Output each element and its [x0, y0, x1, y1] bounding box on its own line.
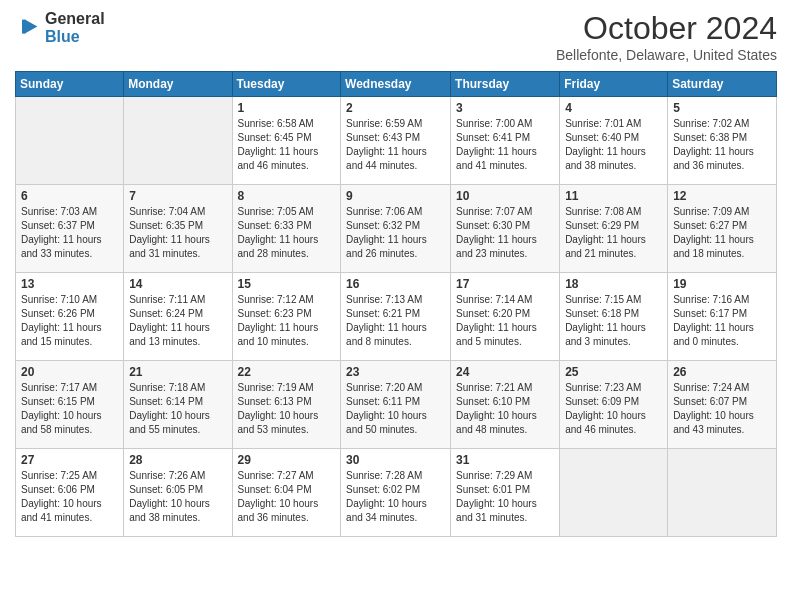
day-number: 9: [346, 189, 445, 203]
calendar-cell: 22Sunrise: 7:19 AM Sunset: 6:13 PM Dayli…: [232, 361, 341, 449]
day-number: 22: [238, 365, 336, 379]
day-number: 27: [21, 453, 118, 467]
calendar-cell: 1Sunrise: 6:58 AM Sunset: 6:45 PM Daylig…: [232, 97, 341, 185]
day-info: Sunrise: 7:00 AM Sunset: 6:41 PM Dayligh…: [456, 117, 554, 173]
day-number: 17: [456, 277, 554, 291]
day-number: 19: [673, 277, 771, 291]
day-info: Sunrise: 7:11 AM Sunset: 6:24 PM Dayligh…: [129, 293, 226, 349]
day-info: Sunrise: 7:13 AM Sunset: 6:21 PM Dayligh…: [346, 293, 445, 349]
day-number: 2: [346, 101, 445, 115]
day-info: Sunrise: 7:23 AM Sunset: 6:09 PM Dayligh…: [565, 381, 662, 437]
page: General Blue October 2024 Bellefonte, De…: [0, 0, 792, 612]
calendar-table: SundayMondayTuesdayWednesdayThursdayFrid…: [15, 71, 777, 537]
calendar-cell: [124, 97, 232, 185]
calendar-cell: [16, 97, 124, 185]
calendar-cell: 8Sunrise: 7:05 AM Sunset: 6:33 PM Daylig…: [232, 185, 341, 273]
calendar-cell: 27Sunrise: 7:25 AM Sunset: 6:06 PM Dayli…: [16, 449, 124, 537]
day-info: Sunrise: 7:12 AM Sunset: 6:23 PM Dayligh…: [238, 293, 336, 349]
day-number: 23: [346, 365, 445, 379]
day-number: 20: [21, 365, 118, 379]
day-info: Sunrise: 7:26 AM Sunset: 6:05 PM Dayligh…: [129, 469, 226, 525]
weekday-header-thursday: Thursday: [451, 72, 560, 97]
day-info: Sunrise: 7:06 AM Sunset: 6:32 PM Dayligh…: [346, 205, 445, 261]
day-info: Sunrise: 7:17 AM Sunset: 6:15 PM Dayligh…: [21, 381, 118, 437]
calendar-cell: 30Sunrise: 7:28 AM Sunset: 6:02 PM Dayli…: [341, 449, 451, 537]
day-info: Sunrise: 7:16 AM Sunset: 6:17 PM Dayligh…: [673, 293, 771, 349]
location: Bellefonte, Delaware, United States: [556, 47, 777, 63]
calendar-cell: 24Sunrise: 7:21 AM Sunset: 6:10 PM Dayli…: [451, 361, 560, 449]
day-info: Sunrise: 6:59 AM Sunset: 6:43 PM Dayligh…: [346, 117, 445, 173]
day-number: 3: [456, 101, 554, 115]
day-number: 16: [346, 277, 445, 291]
calendar-cell: 14Sunrise: 7:11 AM Sunset: 6:24 PM Dayli…: [124, 273, 232, 361]
calendar-cell: 16Sunrise: 7:13 AM Sunset: 6:21 PM Dayli…: [341, 273, 451, 361]
calendar-cell: 29Sunrise: 7:27 AM Sunset: 6:04 PM Dayli…: [232, 449, 341, 537]
day-info: Sunrise: 7:27 AM Sunset: 6:04 PM Dayligh…: [238, 469, 336, 525]
day-number: 6: [21, 189, 118, 203]
logo-general-text: General: [45, 10, 105, 28]
day-info: Sunrise: 7:03 AM Sunset: 6:37 PM Dayligh…: [21, 205, 118, 261]
day-number: 15: [238, 277, 336, 291]
day-info: Sunrise: 7:08 AM Sunset: 6:29 PM Dayligh…: [565, 205, 662, 261]
calendar-cell: [560, 449, 668, 537]
calendar-cell: 13Sunrise: 7:10 AM Sunset: 6:26 PM Dayli…: [16, 273, 124, 361]
day-info: Sunrise: 7:14 AM Sunset: 6:20 PM Dayligh…: [456, 293, 554, 349]
calendar-cell: 26Sunrise: 7:24 AM Sunset: 6:07 PM Dayli…: [668, 361, 777, 449]
day-info: Sunrise: 7:29 AM Sunset: 6:01 PM Dayligh…: [456, 469, 554, 525]
calendar-cell: 17Sunrise: 7:14 AM Sunset: 6:20 PM Dayli…: [451, 273, 560, 361]
calendar-cell: 4Sunrise: 7:01 AM Sunset: 6:40 PM Daylig…: [560, 97, 668, 185]
day-number: 13: [21, 277, 118, 291]
day-info: Sunrise: 6:58 AM Sunset: 6:45 PM Dayligh…: [238, 117, 336, 173]
calendar-week-row: 27Sunrise: 7:25 AM Sunset: 6:06 PM Dayli…: [16, 449, 777, 537]
logo-icon: [15, 14, 43, 42]
calendar-cell: 6Sunrise: 7:03 AM Sunset: 6:37 PM Daylig…: [16, 185, 124, 273]
calendar-cell: 5Sunrise: 7:02 AM Sunset: 6:38 PM Daylig…: [668, 97, 777, 185]
day-info: Sunrise: 7:18 AM Sunset: 6:14 PM Dayligh…: [129, 381, 226, 437]
weekday-header-wednesday: Wednesday: [341, 72, 451, 97]
day-number: 5: [673, 101, 771, 115]
calendar-cell: 19Sunrise: 7:16 AM Sunset: 6:17 PM Dayli…: [668, 273, 777, 361]
calendar-week-row: 6Sunrise: 7:03 AM Sunset: 6:37 PM Daylig…: [16, 185, 777, 273]
calendar-cell: 11Sunrise: 7:08 AM Sunset: 6:29 PM Dayli…: [560, 185, 668, 273]
calendar-week-row: 13Sunrise: 7:10 AM Sunset: 6:26 PM Dayli…: [16, 273, 777, 361]
day-info: Sunrise: 7:24 AM Sunset: 6:07 PM Dayligh…: [673, 381, 771, 437]
calendar-cell: 9Sunrise: 7:06 AM Sunset: 6:32 PM Daylig…: [341, 185, 451, 273]
calendar-cell: 15Sunrise: 7:12 AM Sunset: 6:23 PM Dayli…: [232, 273, 341, 361]
calendar-cell: 28Sunrise: 7:26 AM Sunset: 6:05 PM Dayli…: [124, 449, 232, 537]
day-number: 10: [456, 189, 554, 203]
day-number: 11: [565, 189, 662, 203]
calendar-cell: 3Sunrise: 7:00 AM Sunset: 6:41 PM Daylig…: [451, 97, 560, 185]
calendar-cell: 12Sunrise: 7:09 AM Sunset: 6:27 PM Dayli…: [668, 185, 777, 273]
svg-rect-1: [22, 20, 26, 34]
day-number: 30: [346, 453, 445, 467]
day-number: 12: [673, 189, 771, 203]
calendar-cell: 31Sunrise: 7:29 AM Sunset: 6:01 PM Dayli…: [451, 449, 560, 537]
day-info: Sunrise: 7:09 AM Sunset: 6:27 PM Dayligh…: [673, 205, 771, 261]
calendar-cell: 21Sunrise: 7:18 AM Sunset: 6:14 PM Dayli…: [124, 361, 232, 449]
day-number: 28: [129, 453, 226, 467]
calendar-week-row: 1Sunrise: 6:58 AM Sunset: 6:45 PM Daylig…: [16, 97, 777, 185]
svg-marker-0: [25, 20, 38, 34]
day-info: Sunrise: 7:07 AM Sunset: 6:30 PM Dayligh…: [456, 205, 554, 261]
logo: General Blue: [15, 10, 105, 46]
calendar-cell: 10Sunrise: 7:07 AM Sunset: 6:30 PM Dayli…: [451, 185, 560, 273]
weekday-header-row: SundayMondayTuesdayWednesdayThursdayFrid…: [16, 72, 777, 97]
weekday-header-saturday: Saturday: [668, 72, 777, 97]
day-info: Sunrise: 7:19 AM Sunset: 6:13 PM Dayligh…: [238, 381, 336, 437]
day-number: 7: [129, 189, 226, 203]
day-info: Sunrise: 7:20 AM Sunset: 6:11 PM Dayligh…: [346, 381, 445, 437]
day-number: 26: [673, 365, 771, 379]
day-number: 29: [238, 453, 336, 467]
day-info: Sunrise: 7:04 AM Sunset: 6:35 PM Dayligh…: [129, 205, 226, 261]
title-block: October 2024 Bellefonte, Delaware, Unite…: [556, 10, 777, 63]
day-info: Sunrise: 7:15 AM Sunset: 6:18 PM Dayligh…: [565, 293, 662, 349]
day-info: Sunrise: 7:28 AM Sunset: 6:02 PM Dayligh…: [346, 469, 445, 525]
weekday-header-tuesday: Tuesday: [232, 72, 341, 97]
day-number: 18: [565, 277, 662, 291]
calendar-week-row: 20Sunrise: 7:17 AM Sunset: 6:15 PM Dayli…: [16, 361, 777, 449]
calendar-cell: 7Sunrise: 7:04 AM Sunset: 6:35 PM Daylig…: [124, 185, 232, 273]
day-info: Sunrise: 7:01 AM Sunset: 6:40 PM Dayligh…: [565, 117, 662, 173]
calendar-cell: 18Sunrise: 7:15 AM Sunset: 6:18 PM Dayli…: [560, 273, 668, 361]
day-info: Sunrise: 7:25 AM Sunset: 6:06 PM Dayligh…: [21, 469, 118, 525]
calendar-cell: 2Sunrise: 6:59 AM Sunset: 6:43 PM Daylig…: [341, 97, 451, 185]
